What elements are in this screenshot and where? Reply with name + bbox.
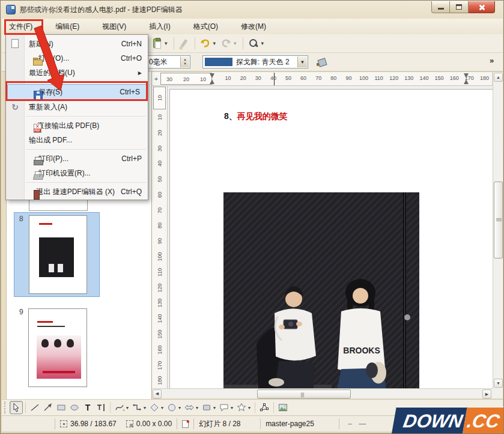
flowchart-tool[interactable] [200, 401, 213, 414]
thumbnail-number-8: 8 [19, 215, 23, 223]
points-tool[interactable] [258, 401, 271, 414]
magnifier-icon [249, 38, 258, 48]
vertical-scrollbar[interactable]: ▲ ▼ [493, 72, 503, 388]
line-icon [30, 403, 40, 412]
insert-image-tool[interactable] [276, 401, 290, 414]
close-button[interactable] [469, 1, 495, 13]
guide-cross-icon: + [152, 72, 160, 85]
vertical-text-tool[interactable] [94, 401, 108, 414]
paste-button[interactable] [150, 36, 164, 50]
redo-dropdown[interactable]: ▾ [234, 40, 237, 46]
line-tool[interactable] [28, 401, 41, 414]
menu-item-reload[interactable]: ↻ 重新装入(A) [6, 100, 148, 114]
thumbnail-number-9: 9 [19, 308, 23, 316]
fill-color-combo[interactable]: 探戈舞: 青天色 2 ▼ [202, 55, 308, 69]
exit-door-icon [33, 189, 40, 199]
toolbar-overflow-chevron[interactable]: » [490, 56, 494, 65]
maximize-button[interactable] [450, 1, 469, 13]
photo-image: BROOKS [223, 192, 419, 388]
file-menu-popup: 新建(N) Ctrl+N 打开(O)... Ctrl+O 最近的文档(U) ▶ … [5, 34, 148, 200]
format-brush-button[interactable] [177, 36, 192, 50]
menu-format[interactable]: 格式(O) [186, 19, 225, 34]
block-arrows-tool[interactable] [183, 401, 196, 414]
menu-edit[interactable]: 编辑(E) [48, 19, 87, 34]
svg-text:BROOKS: BROOKS [343, 346, 380, 355]
menu-item-export-pdf-direct[interactable]: 直接输出成 PDF(B) [6, 118, 148, 133]
document-canvas[interactable]: 8、再见我的微笑 [168, 86, 493, 388]
watermark-cc: .CC [463, 406, 504, 433]
symbol-shapes-tool[interactable] [165, 401, 178, 414]
scroll-left-button[interactable]: ◀ [153, 390, 162, 399]
text-icon: T [85, 403, 91, 412]
indent-marker-icon[interactable] [464, 73, 469, 85]
ellipse-tool[interactable] [68, 401, 81, 414]
printer-icon [33, 156, 43, 166]
save-floppy-icon [34, 91, 43, 100]
menu-file[interactable]: 文件(F) [2, 19, 40, 34]
watermark-down: DOWN [392, 406, 467, 433]
paint-bucket-icon[interactable] [317, 56, 329, 68]
menu-item-new[interactable]: 新建(N) Ctrl+N [6, 37, 148, 51]
line-width-value: 0毫米 [149, 57, 168, 67]
page-photo[interactable]: BROOKS [223, 192, 419, 388]
connector-icon [132, 403, 142, 412]
scroll-up-button[interactable]: ▲ [494, 73, 503, 82]
ellipse-icon [70, 403, 79, 412]
titlebar: 那些或许你没看过的感人电影.pdf - 捷速PDF编辑器 [1, 1, 504, 19]
circle-icon [167, 403, 177, 412]
v-ruler-scale: 1020304050607080901001101201301401501601… [153, 109, 166, 388]
document-page[interactable]: 8、再见我的微笑 [169, 89, 493, 388]
arrow-tool[interactable] [41, 401, 55, 414]
color-swatch [205, 58, 232, 66]
position-icon [60, 420, 67, 427]
scroll-down-button[interactable]: ▼ [494, 379, 503, 388]
indent-marker-icon[interactable] [210, 73, 215, 85]
menu-item-exit[interactable]: 退出 捷速PDF编辑器 (X) Ctrl+Q [6, 185, 148, 199]
scrollbar-corner [493, 388, 503, 399]
vertical-scroll-thumb[interactable] [494, 182, 503, 258]
find-zoom-button[interactable] [246, 36, 261, 50]
menu-item-printer-setup[interactable]: 打印机设置(R)... [6, 166, 148, 180]
master-page-name: master-page25 [261, 420, 339, 428]
text-tool[interactable]: T [81, 401, 94, 414]
undo-dropdown[interactable]: ▾ [213, 40, 216, 46]
submenu-arrow-icon: ▶ [138, 70, 142, 76]
curve-tool[interactable] [113, 401, 126, 414]
horizontal-scrollbar[interactable]: ◀ ▶ [152, 388, 493, 399]
stars-tool[interactable] [235, 401, 248, 414]
select-tool[interactable] [10, 401, 23, 414]
find-zoom-dropdown[interactable]: ▾ [261, 40, 264, 46]
thumbnail-8-photo [39, 237, 74, 277]
thumbnail-page-8[interactable] [29, 215, 87, 294]
pdf-export-icon [34, 124, 41, 133]
page-heading[interactable]: 8、再见我的微笑 [224, 111, 288, 122]
connector-tool[interactable] [130, 401, 144, 414]
scroll-right-button[interactable]: ▶ [482, 390, 491, 399]
menu-view[interactable]: 视图(V) [95, 19, 133, 34]
reload-icon: ↻ [10, 102, 20, 112]
menu-item-save[interactable]: 保存(S) Ctrl+S [7, 84, 147, 100]
basic-shapes-tool[interactable] [148, 401, 161, 414]
menu-modify[interactable]: 修改(M) [234, 19, 273, 34]
paste-dropdown[interactable]: ▾ [165, 40, 168, 46]
undo-button[interactable] [198, 36, 213, 50]
menu-insert[interactable]: 插入(I) [142, 19, 177, 34]
h-ruler-margin: 302010 [160, 73, 212, 85]
window-controls [431, 1, 495, 13]
line-width-spinner[interactable]: ▲▼ [180, 57, 189, 67]
rectangle-tool[interactable] [55, 401, 68, 414]
thumbnail-page-9[interactable] [28, 308, 87, 387]
callouts-tool[interactable] [217, 401, 231, 414]
menu-item-export-pdf[interactable]: 输出成 PDF... [6, 133, 148, 147]
color-dropdown[interactable]: ▼ [297, 57, 307, 67]
menu-item-open[interactable]: 打开(O)... Ctrl+O [6, 51, 148, 66]
line-width-field[interactable]: 0毫米 ▲▼ [146, 55, 190, 69]
menu-item-print[interactable]: 打印(P)... Ctrl+P [6, 151, 148, 166]
arrow-icon [43, 403, 53, 412]
redo-button[interactable] [219, 36, 233, 50]
horizontal-scroll-thumb[interactable] [257, 390, 351, 399]
minimize-button[interactable] [431, 1, 450, 13]
toolbar-grip[interactable] [4, 402, 7, 414]
zoom-slider[interactable]: – — [348, 420, 368, 428]
menu-item-recent[interactable]: 最近的文档(U) ▶ [6, 66, 148, 80]
